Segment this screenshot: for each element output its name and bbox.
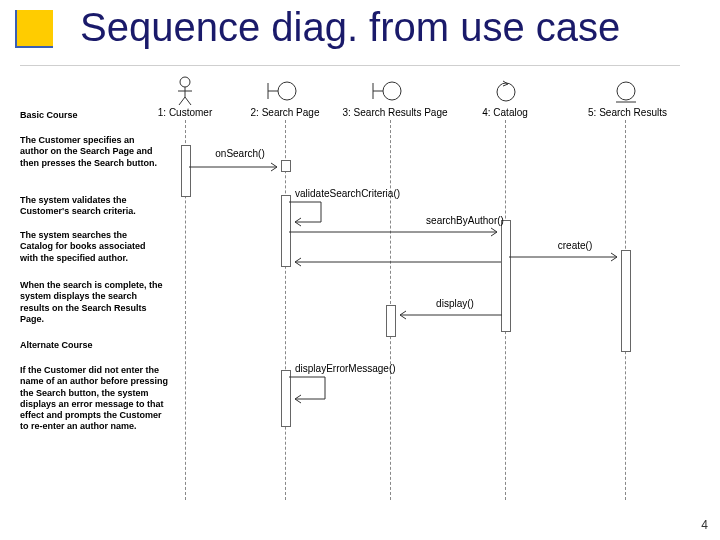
svg-line-3 [179,97,185,105]
narration-2: The system validates the Customer's sear… [20,195,160,218]
msg-onsearch-label: onSearch() [200,148,280,159]
lifeline-label-search-page: 2: Search Page [245,107,325,118]
lifeline-label-search-results: 5: Search Results [585,107,670,118]
activation-customer [181,145,191,197]
slide: Sequence diag. from use case 1: Customer… [0,0,720,540]
lifeline-search-page [285,120,286,500]
boundary-icon [370,80,404,102]
heading-alternate-course: Alternate Course [20,340,93,351]
msg-error-label: displayErrorMessage() [295,363,435,374]
activation-search-results [621,250,631,352]
msg-searchbyauthor-return [289,258,503,266]
lifeline-label-customer: 1: Customer [150,107,220,118]
narration-3: The system searches the Catalog for book… [20,230,160,264]
lifeline-label-results-page: 3: Search Results Page [340,107,450,118]
svg-point-10 [383,82,401,100]
msg-searchbyauthor-arrow [289,228,503,236]
page-number: 4 [701,518,708,532]
msg-display-arrow [394,311,504,319]
boundary-icon [265,80,299,102]
msg-validate-label: validateSearchCriteria() [295,188,425,199]
entity-icon [615,80,637,104]
svg-point-0 [180,77,190,87]
activation-results-page [386,305,396,337]
msg-searchbyauthor-label: searchByAuthor() [415,215,515,226]
lifeline-label-catalog: 4: Catalog [475,107,535,118]
narration-1: The Customer specifies an author on the … [20,135,160,169]
control-icon [495,80,517,102]
title-bullet-icon [15,10,55,50]
svg-line-4 [185,97,191,105]
narration-5: If the Customer did not enter the name o… [20,365,170,433]
heading-basic-course: Basic Course [20,110,78,121]
title-rule [20,65,680,66]
msg-display-label: display() [425,298,485,309]
msg-onsearch-arrow [189,163,283,171]
svg-point-7 [278,82,296,100]
narration-4: When the search is complete, the system … [20,280,165,325]
page-title: Sequence diag. from use case [80,5,620,50]
msg-create-label: create() [540,240,610,251]
msg-create-arrow [509,253,623,261]
msg-validate-arrow [289,200,329,228]
svg-point-11 [497,83,515,101]
svg-point-14 [617,82,635,100]
sequence-diagram: 1: Customer 2: Search Page 3: Search Res… [20,75,700,505]
svg-line-13 [503,84,508,86]
actor-icon [173,75,197,105]
msg-error-arrow [289,375,334,405]
